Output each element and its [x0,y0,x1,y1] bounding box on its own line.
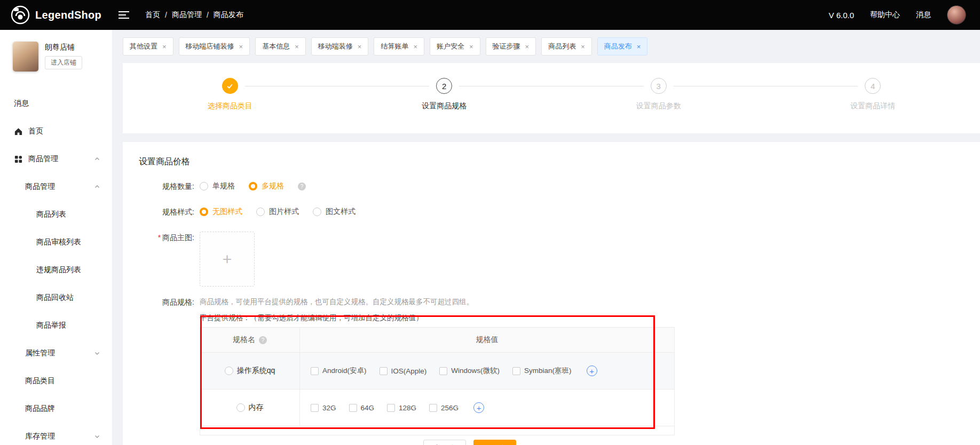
breadcrumb-separator: / [165,11,167,19]
sidebar-item-goods-recycle-bin[interactable]: 商品回收站 [0,284,112,312]
legendshop-logo: LegendShop [11,5,110,25]
sidebar-item-label: 商品审核列表 [36,237,81,247]
tab-goods-publish[interactable]: 商品发布 [597,37,648,55]
checkbox-icon[interactable] [439,367,447,375]
tab-goods-list[interactable]: 商品列表 [541,37,592,55]
tab-mobile-decorate[interactable]: 移动端装修 [311,37,369,55]
checkbox-256g[interactable]: 256G [429,404,459,412]
radio-image-text-style[interactable]: 图文样式 [313,207,355,217]
sidebar-item-goods-report[interactable]: 商品举报 [0,312,112,339]
checkbox-icon[interactable] [512,367,520,375]
radio-single-spec[interactable]: 单规格 [200,181,235,191]
checkbox-ios[interactable]: IOS(Apple) [380,367,427,375]
sidebar-item-goods-manage-sub[interactable]: 商品管理 [0,173,112,201]
user-avatar[interactable] [947,5,966,25]
step-label: 选择商品类目 [208,101,252,111]
checkbox-icon[interactable] [349,404,357,412]
tab-settlement-bill[interactable]: 结算账单 [374,37,424,55]
close-icon[interactable] [637,43,641,51]
radio-image-style[interactable]: 图片样式 [256,207,299,217]
checkbox-128g[interactable]: 128G [387,404,416,412]
help-icon[interactable] [298,182,306,190]
checkbox-32g[interactable]: 32G [311,404,336,412]
step-label: 设置商品详情 [850,101,895,111]
help-center-link[interactable]: 帮助中心 [870,10,900,20]
checkbox-windows[interactable]: Windows(微软) [439,366,500,376]
radio-multi-spec[interactable]: 多规格 [249,181,284,191]
messages-link[interactable]: 消息 [916,10,931,20]
spec-count-label: 规格数量: [139,180,194,192]
spec-name-header: 规格名 [233,335,255,345]
spec-row: 商品规格: 商品规格，可使用平台提供的规格，也可自定义规格。自定义规格最多不可超… [139,296,980,308]
close-icon[interactable] [295,43,299,51]
radio-icon[interactable] [200,208,208,216]
page-title: 设置商品价格 [139,156,980,168]
checkbox-symbian[interactable]: Symbian(塞班) [512,366,572,376]
sidebar-item-goods-category[interactable]: 商品类目 [0,367,112,395]
sidebar-item-attribute-manage[interactable]: 属性管理 [0,339,112,367]
close-icon[interactable] [413,43,417,51]
checkbox-icon[interactable] [429,404,437,412]
spec-name: 操作系统qq [237,366,275,376]
step-select-category: 选择商品类目 [123,78,337,111]
spec-table-row-partial [200,426,674,435]
add-spec-value-icon[interactable] [473,402,484,413]
chevron-down-icon [94,433,100,440]
sidebar-item-goods-manage[interactable]: 商品管理 [0,145,112,173]
spec-description: 商品规格，可使用平台提供的规格，也可自定义规格。自定义规格最多不可超过四组。 [200,296,473,308]
prev-step-button[interactable]: 上一步 [423,440,466,445]
sidebar-item-messages[interactable]: 消息 [0,90,112,117]
goods-icon [14,155,23,164]
spec-table-row-os: 操作系统qq Android(安卓) IOS(Apple) Windows(微软… [200,353,674,390]
enter-shop-button[interactable]: 进入店铺 [45,56,82,69]
spec-table-header: 规格名 规格值 [200,328,674,353]
add-spec-value-icon[interactable] [587,365,597,376]
step-set-spec: 2 设置商品规格 [337,78,552,111]
breadcrumb-goods-publish[interactable]: 商品发布 [214,10,243,20]
sidebar-item-label: 违规商品列表 [36,265,81,275]
next-step-button[interactable]: 下一步 [473,440,516,445]
radio-spec-memory[interactable] [236,403,245,412]
radio-icon[interactable] [313,208,321,216]
sidebar-item-goods-brand[interactable]: 商品品牌 [0,395,112,423]
radio-spec-os[interactable] [225,367,233,375]
radio-no-image-style[interactable]: 无图样式 [200,207,242,217]
close-icon[interactable] [162,43,167,51]
sidebar-item-stock-manage[interactable]: 库存管理 [0,423,112,445]
sidebar-item-home[interactable]: 首页 [0,117,112,145]
main-image-upload[interactable] [200,232,255,287]
sidebar-item-label: 首页 [28,126,43,136]
breadcrumb-home[interactable]: 首页 [145,10,160,20]
help-icon[interactable] [259,336,267,344]
platform-spec-note: 平台提供规格：（需要勾选后才能编辑使用，可增加自定义的规格值） [200,312,691,324]
close-icon[interactable] [525,43,529,51]
tab-account-security[interactable]: 账户安全 [430,37,480,55]
tab-basic-info[interactable]: 基本信息 [255,37,306,55]
checkbox-icon[interactable] [387,404,395,412]
radio-icon[interactable] [256,208,265,216]
spec-label: 商品规格: [139,296,194,308]
spec-table-row-memory: 内存 32G 64G 128G 256G [200,390,674,426]
checkbox-icon[interactable] [311,404,319,412]
home-icon [14,127,23,136]
tab-other-settings[interactable]: 其他设置 [123,37,173,55]
radio-icon[interactable] [200,182,208,190]
breadcrumb-goods-manage[interactable]: 商品管理 [172,10,202,20]
close-icon[interactable] [358,43,362,51]
close-icon[interactable] [469,43,473,51]
tab-mobile-shop-decorate[interactable]: 移动端店铺装修 [179,37,250,55]
hamburger-icon[interactable] [118,11,129,19]
tab-verify-steps[interactable]: 验证步骤 [486,37,536,55]
sidebar-item-goods-list[interactable]: 商品列表 [0,201,112,228]
checkbox-64g[interactable]: 64G [349,404,375,412]
radio-icon[interactable] [249,182,257,190]
chevron-up-icon [94,184,100,190]
sidebar-item-violation-goods-list[interactable]: 违规商品列表 [0,256,112,284]
checkbox-icon[interactable] [380,367,388,375]
sidebar-item-goods-audit-list[interactable]: 商品审核列表 [0,228,112,256]
main-content: 其他设置 移动端店铺装修 基本信息 移动端装修 结算账单 账户安全 验证步骤 商… [112,30,980,445]
checkbox-icon[interactable] [311,367,319,375]
close-icon[interactable] [239,43,243,51]
checkbox-android[interactable]: Android(安卓) [311,366,367,376]
close-icon[interactable] [581,43,585,51]
